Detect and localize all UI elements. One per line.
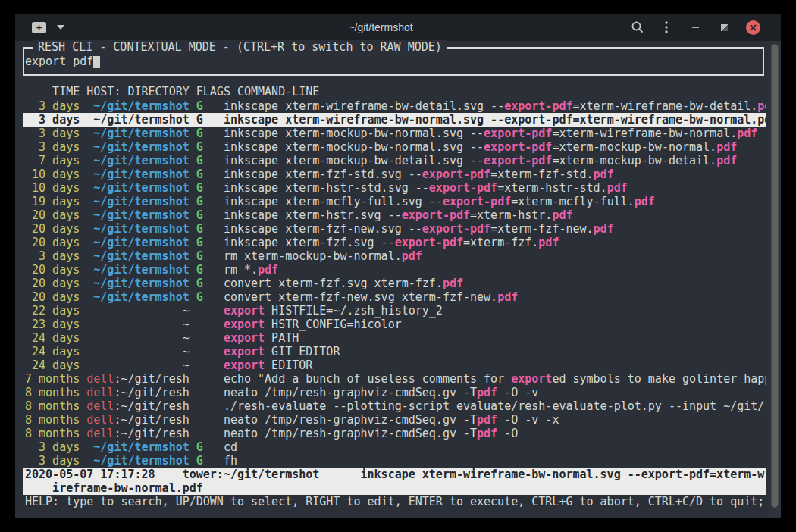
history-row[interactable]: 19 days ~/git/termshot G inkscape xterm-…	[23, 195, 766, 208]
row-host: dell	[86, 427, 114, 440]
row-flags: G	[196, 440, 203, 454]
row-command-segment: inkscape xterm-fzf.svg --	[224, 236, 395, 249]
row-flags: G	[196, 113, 203, 127]
row-time: 20 days	[25, 277, 80, 290]
minimize-button[interactable]	[681, 16, 710, 39]
row-time: 24 days	[25, 331, 80, 345]
history-row[interactable]: 3 days ~/git/termshot G inkscape xterm-m…	[23, 140, 766, 154]
row-flags: G	[196, 195, 203, 208]
row-directory: :~/git/resh	[114, 427, 189, 440]
history-row[interactable]: 23 days ~ export HSTR_CONFIG=hicolor	[23, 318, 766, 331]
row-command-segment: EDITOR	[265, 358, 312, 372]
row-command-segment: neato /tmp/resh-graphviz-cmdSeq.gv -T	[224, 427, 477, 440]
row-command-segment: rm xterm-mockup-bw-normal.	[224, 249, 402, 263]
history-row[interactable]: 8 months dell:~/git/resh neato /tmp/resh…	[23, 386, 766, 399]
history-row[interactable]: 7 months dell:~/git/resh echo "Add a bun…	[23, 372, 766, 386]
new-tab-icon[interactable]: +	[32, 22, 46, 33]
row-time: 24 days	[25, 358, 80, 372]
history-row[interactable]: 3 days ~/git/termshot G fh	[23, 454, 766, 468]
history-row[interactable]: 3 days ~/git/termshot G inkscape xterm-w…	[23, 99, 766, 113]
history-row[interactable]: 20 days ~/git/termshot G rm *.pdf	[23, 263, 766, 277]
history-row[interactable]: 8 months dell:~/git/resh neato /tmp/resh…	[23, 413, 766, 427]
row-time: 8 months	[25, 427, 80, 440]
row-time: 8 months	[25, 386, 80, 399]
close-button[interactable]	[738, 16, 767, 39]
status-line-2: ireframe-bw-normal.pdf	[25, 481, 203, 495]
scrollbar[interactable]	[769, 41, 781, 518]
row-command-segment: pdf	[552, 208, 572, 222]
row-directory: ~/git/termshot	[93, 127, 189, 140]
search-icon	[631, 20, 644, 34]
row-command-segment: export-pdf	[504, 113, 572, 127]
row-command-segment: =xterm-mockup-bw-normal.	[552, 140, 716, 154]
history-row[interactable]: 7 days ~/git/termshot G inkscape xterm-m…	[23, 154, 766, 167]
history-row[interactable]: 8 months dell:~/git/resh ./resh-evaluate…	[23, 399, 766, 413]
history-row[interactable]: 20 days ~/git/termshot G convert xterm-f…	[23, 290, 766, 304]
row-command-segment: =xterm-fzf-new.	[490, 222, 593, 236]
history-row[interactable]: 20 days ~/git/termshot G inkscape xterm-…	[23, 222, 766, 236]
row-command-segment: export-pdf	[484, 154, 552, 167]
row-time: 19 days	[25, 195, 80, 208]
history-row[interactable]: 3 days ~/git/termshot G cd	[23, 440, 766, 454]
history-row[interactable]: 3 days ~/git/termshot G inkscape xterm-m…	[23, 127, 766, 140]
row-flags	[196, 413, 203, 427]
history-row[interactable]: 3 days ~/git/termshot G rm xterm-mockup-…	[23, 249, 766, 263]
row-flags	[196, 345, 203, 358]
row-directory: ~/git/termshot	[93, 167, 189, 181]
row-command-segment: convert xterm-fzf-new.svg xterm-fzf-new.	[224, 290, 497, 304]
history-table-header: TIME HOST: DIRECTORY FLAGS COMMAND-LINE	[23, 85, 766, 99]
chevron-down-icon[interactable]	[57, 25, 64, 30]
search-button[interactable]	[623, 16, 652, 39]
history-row[interactable]: 10 days ~/git/termshot G inkscape xterm-…	[23, 167, 766, 181]
row-time: 24 days	[25, 345, 80, 358]
row-command-segment: =xterm-mockup-bw-detail.	[552, 154, 716, 167]
row-flags: G	[196, 249, 203, 263]
row-command-segment: inkscape xterm-fzf-std.svg --	[224, 167, 422, 181]
row-command-segment: pdf	[635, 195, 655, 208]
row-time: 3 days	[25, 440, 80, 454]
history-row[interactable]: 20 days ~/git/termshot G inkscape xterm-…	[23, 236, 766, 249]
row-flags: G	[196, 167, 203, 181]
history-row[interactable]: 24 days ~ export GIT_EDITOR	[23, 345, 766, 358]
row-command-segment: cd	[224, 440, 237, 454]
row-flags	[196, 358, 203, 372]
row-directory: ~/git/termshot	[93, 263, 189, 277]
row-command-segment: PATH	[265, 331, 299, 345]
scrollbar-thumb[interactable]	[771, 44, 779, 508]
window-title: ~/git/termshot	[168, 21, 593, 33]
history-row[interactable]: 8 months dell:~/git/resh neato /tmp/resh…	[23, 427, 766, 440]
history-row[interactable]: 20 days ~/git/termshot G inkscape xterm-…	[23, 208, 766, 222]
history-row[interactable]: 24 days ~ export PATH	[23, 331, 766, 345]
row-directory: ~/git/termshot	[93, 454, 189, 468]
row-flags	[196, 386, 203, 399]
row-command-segment: pdf	[258, 263, 278, 277]
row-directory: ~/git/termshot	[93, 440, 189, 454]
history-row[interactable]: 3 days ~/git/termshot G inkscape xterm-w…	[23, 113, 766, 127]
row-directory: ~	[183, 331, 190, 345]
row-time: 8 months	[25, 399, 80, 413]
row-command-segment: export-pdf	[395, 236, 463, 249]
history-row[interactable]: 22 days ~ export HISTFILE=~/.zsh_history…	[23, 304, 766, 318]
row-command-segment: export-pdf	[504, 99, 572, 113]
terminal-content: RESH CLI - CONTEXTUAL MODE - (CTRL+R to …	[15, 41, 781, 518]
row-command-segment: echo "Add a bunch of useless comments fo…	[224, 372, 511, 386]
search-query-text: export pdf	[25, 55, 93, 68]
resh-search-box: RESH CLI - CONTEXTUAL MODE - (CTRL+R to …	[23, 47, 764, 76]
row-command-segment: fh	[224, 454, 237, 468]
row-flags: G	[196, 99, 203, 113]
restore-button[interactable]	[710, 16, 738, 39]
row-time: 20 days	[25, 222, 80, 236]
row-command-segment: pdf	[716, 140, 737, 154]
row-host: dell	[86, 413, 114, 427]
row-command-segment: inkscape xterm-mockup-bw-detail.svg --	[224, 154, 484, 167]
history-row[interactable]: 10 days ~/git/termshot G inkscape xterm-…	[23, 181, 766, 195]
history-row[interactable]: 20 days ~/git/termshot G convert xterm-f…	[23, 277, 766, 290]
row-command-segment: inkscape xterm-fzf-new.svg --	[224, 222, 422, 236]
row-command-segment: pd	[757, 113, 766, 127]
row-directory: :~/git/resh	[114, 413, 189, 427]
row-command-segment: pdf	[477, 413, 497, 427]
row-command-segment: pdf	[443, 277, 463, 290]
history-row[interactable]: 24 days ~ export EDITOR	[23, 358, 766, 372]
menu-button[interactable]	[652, 16, 681, 39]
row-command-segment: export-pdf	[422, 222, 490, 236]
